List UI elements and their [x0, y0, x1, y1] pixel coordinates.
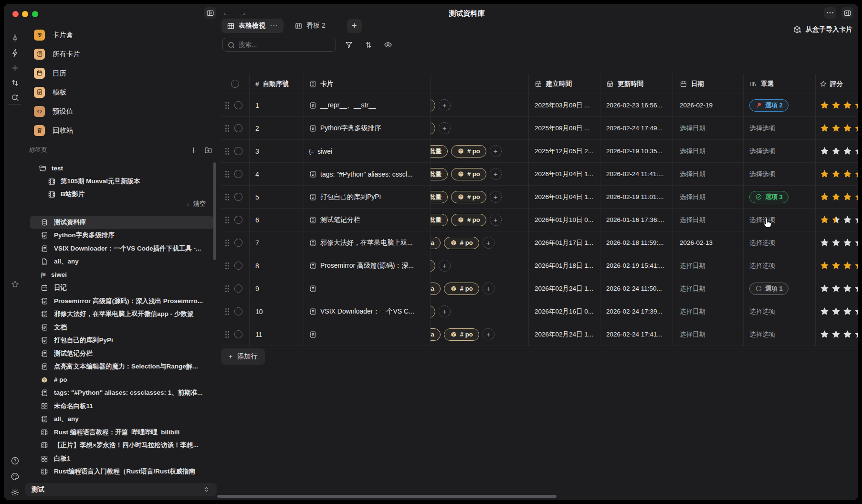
tag-folder-test[interactable]: test: [39, 162, 63, 174]
star-icon[interactable]: [831, 238, 841, 248]
date-cell[interactable]: 选择日期: [673, 163, 744, 186]
select-cell[interactable]: 选择选项: [744, 254, 816, 277]
help-icon[interactable]: [7, 452, 23, 469]
select-cell[interactable]: 选择选项: [744, 209, 816, 231]
row-checkbox[interactable]: [234, 284, 242, 293]
select-cell[interactable]: 选择选项: [744, 140, 816, 163]
star-icon[interactable]: [831, 123, 841, 133]
tag-pill-cut[interactable]: 批量: [431, 191, 448, 203]
sidebar-note-item[interactable]: 白板1: [26, 452, 214, 465]
sidebar-note-item[interactable]: # po: [26, 373, 214, 387]
rating-cell[interactable]: [816, 323, 858, 346]
star-icon[interactable]: [831, 192, 841, 202]
rating-cell[interactable]: [816, 140, 858, 163]
add-tag-button[interactable]: +: [483, 328, 494, 340]
star-icon[interactable]: [854, 284, 858, 294]
tags-cell[interactable]: +: [431, 254, 529, 277]
add-tag-button[interactable]: +: [439, 260, 451, 272]
row-checkbox[interactable]: [234, 307, 242, 315]
star-icon[interactable]: [842, 238, 852, 248]
eye-icon[interactable]: [381, 38, 395, 52]
date-cell[interactable]: 选择日期: [673, 300, 744, 323]
star-icon[interactable]: [831, 100, 841, 110]
rating-cell[interactable]: [816, 300, 858, 323]
star-icon[interactable]: [820, 238, 830, 248]
search-input[interactable]: [238, 41, 319, 49]
column-header-updated[interactable]: 更新時間: [600, 74, 673, 94]
star-icon[interactable]: [842, 192, 852, 202]
rating-cell[interactable]: [816, 277, 858, 300]
tag-pill[interactable]: # po: [444, 237, 479, 249]
sidebar-note-item[interactable]: 测试笔记分栏: [26, 347, 214, 360]
card-cell[interactable]: 打包自己的库到PyPi: [304, 186, 431, 209]
tag-pill[interactable]: # po: [451, 214, 486, 226]
date-cell[interactable]: 选择日期: [673, 209, 744, 231]
sidebar-note-item[interactable]: 文档: [26, 321, 214, 334]
add-tag-button[interactable]: +: [490, 168, 502, 180]
tag-pill[interactable]: # po: [451, 168, 486, 180]
card-cell[interactable]: [304, 323, 431, 346]
column-header-seq[interactable]: #自動序號: [250, 74, 304, 94]
sidebar-item-cardbox[interactable]: 卡片盒: [29, 25, 212, 44]
date-cell[interactable]: 2026-02-19: [673, 94, 744, 117]
star-icon[interactable]: [831, 261, 841, 271]
sidebar-note-item[interactable]: 测试資料庫: [30, 216, 213, 229]
sidebar-note-item[interactable]: 点亮富文本编辑器的魔力：Selection与Range解...: [26, 360, 214, 374]
tags-cell[interactable]: la# po+: [431, 323, 529, 346]
rating-cell[interactable]: [816, 117, 858, 140]
star-icon[interactable]: [842, 100, 852, 110]
rating-cell[interactable]: [816, 254, 858, 277]
sidebar-note-item[interactable]: 【正片】李想×罗永浩！四小时马拉松访谈！李想...: [26, 439, 214, 452]
sidebar-note-item[interactable]: all、any: [26, 255, 214, 269]
date-cell[interactable]: 选择日期: [673, 117, 744, 140]
star-icon[interactable]: [820, 329, 830, 339]
select-cell[interactable]: 选择选项: [744, 117, 816, 140]
select-cell[interactable]: 选择选项: [744, 300, 816, 323]
star-icon[interactable]: [854, 123, 858, 133]
select-cell[interactable]: 選項 2: [744, 94, 816, 117]
card-cell[interactable]: __repr__、__str__: [304, 94, 431, 117]
search-reload-icon[interactable]: [7, 89, 23, 105]
filter-icon[interactable]: [342, 38, 356, 52]
sidebar-item-calendar[interactable]: 日历: [29, 63, 212, 83]
tags-cell[interactable]: +: [431, 300, 529, 323]
row-checkbox[interactable]: [234, 193, 242, 201]
row-handle-cell[interactable]: [221, 300, 250, 323]
tags-cell[interactable]: 批量# po+: [431, 163, 529, 186]
sidebar-note-item[interactable]: Python字典多级排序: [26, 229, 214, 242]
row-handle-cell[interactable]: [221, 140, 250, 163]
sidebar-note-item[interactable]: VSIX Downloader：一个VS Code插件下载工具 -...: [26, 242, 214, 255]
tab-menu-dots[interactable]: ···: [270, 22, 278, 30]
row-handle-cell[interactable]: [221, 186, 250, 209]
star-icon[interactable]: [820, 192, 830, 202]
star-icon[interactable]: [820, 169, 830, 179]
tag-pill-cut[interactable]: la: [431, 283, 441, 295]
card-cell[interactable]: 测试笔记分栏: [304, 209, 431, 231]
zap-icon[interactable]: [7, 45, 23, 61]
add-tag-button[interactable]: +: [439, 305, 451, 317]
select-all-checkbox[interactable]: [231, 80, 239, 88]
tags-cell[interactable]: +: [431, 117, 529, 140]
sidebar-note-item[interactable]: {≡siwei: [26, 268, 214, 282]
column-header-created[interactable]: 建立時間: [529, 74, 600, 94]
import-from-box-button[interactable]: 从盒子导入卡片: [793, 25, 852, 34]
row-checkbox[interactable]: [234, 101, 242, 109]
add-tag-button[interactable]: +: [490, 214, 502, 226]
collapse-sidebar-button[interactable]: [204, 7, 216, 19]
workspace-switcher[interactable]: 测试: [25, 483, 217, 496]
star-icon[interactable]: [854, 238, 858, 248]
rating-cell[interactable]: [816, 231, 858, 254]
tags-cell[interactable]: 批量# po+: [431, 209, 529, 231]
add-tag-button[interactable]: +: [439, 99, 451, 111]
add-tag-button[interactable]: +: [483, 237, 494, 249]
star-icon[interactable]: [854, 100, 858, 110]
tag-pill-cut[interactable]: [431, 305, 435, 318]
tags-cell[interactable]: 批量# po+: [431, 186, 529, 209]
card-cell[interactable]: tags: "#Python" aliases: csscl...: [304, 163, 431, 186]
select-option-pill[interactable]: 選項 2: [749, 99, 788, 112]
tab-kanban-view[interactable]: 看板 2: [289, 19, 331, 33]
row-handle-cell[interactable]: [221, 277, 250, 300]
star-icon[interactable]: [831, 284, 841, 294]
tag-pill[interactable]: # po: [451, 145, 486, 158]
sidebar-note-item[interactable]: 邪修大法好，在苹果电脑上双开微信app - 少数派: [26, 308, 214, 321]
